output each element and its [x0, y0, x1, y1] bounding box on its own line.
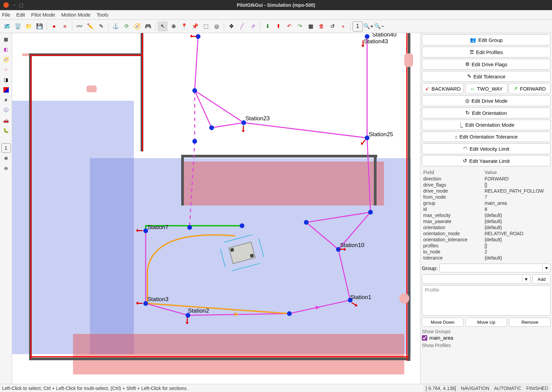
station-label: Station43: [364, 38, 388, 45]
remove-button[interactable]: Remove: [509, 318, 551, 327]
open-folder-button[interactable]: 📁: [24, 21, 34, 31]
menu-bar: File Edit Pilot Mode Motion Mode Tools: [0, 10, 552, 20]
backward-button[interactable]: ↙BACKWARD: [422, 83, 464, 94]
node-add-button[interactable]: 📍: [179, 21, 189, 31]
separator: [155, 22, 155, 30]
grid-layer-button[interactable]: ▦: [1, 34, 11, 44]
info-layer-button[interactable]: ⓘ: [1, 105, 11, 115]
edit-orientation-mode-button[interactable]: ⎿Edit Orientation Mode: [422, 120, 551, 130]
costmap-layer-button[interactable]: [1, 85, 11, 95]
profile-list[interactable]: Profile: [422, 285, 551, 316]
zoom-in-left-button[interactable]: ⊕: [1, 153, 11, 163]
add-button[interactable]: Add: [532, 274, 551, 284]
menu-edit[interactable]: Edit: [16, 12, 25, 18]
edit2-button[interactable]: ✎: [96, 21, 106, 31]
target-button[interactable]: ⊕: [168, 21, 178, 31]
two-way-button[interactable]: ↔TWO_WAY: [465, 83, 507, 94]
export-button[interactable]: ⬆: [273, 21, 283, 31]
compass-button[interactable]: ⚓: [111, 21, 121, 31]
redo-button[interactable]: ↷: [295, 21, 305, 31]
edit-drive-mode-button[interactable]: ◎Edit Drive Mode: [422, 95, 551, 106]
select-rect-button[interactable]: ⬚: [201, 21, 211, 31]
lidar-layer-button[interactable]: ⁘: [1, 65, 11, 74]
edit-orientation-tol-button[interactable]: ↕Edit Orientation Tolerance: [422, 131, 551, 142]
hash-layer-button[interactable]: #: [1, 95, 11, 105]
import-button[interactable]: ⬇: [262, 21, 272, 31]
add-map-button[interactable]: 🗺️: [2, 21, 12, 31]
properties-table: Field Value directionFORWARD drive_flags…: [422, 169, 551, 261]
history-button[interactable]: ↺: [327, 21, 337, 31]
menu-pilot-mode[interactable]: Pilot Mode: [31, 12, 55, 18]
menu-tools[interactable]: Tools: [97, 12, 109, 18]
edit-group-button[interactable]: 👥Edit Group: [422, 34, 551, 45]
main-toolbar: 🗺️ 🗑️ 📁 💾 ● ■ 👓 ✏️ ✎ ⚓ ⟳ 🧭 🎮 ↖ ⊕ 📍 📌 ⬚ ◎…: [0, 20, 552, 33]
chevron-down-icon: ▾: [522, 276, 530, 282]
graph-layer-button[interactable]: ◧: [1, 45, 11, 54]
pencil-icon: ✎: [467, 73, 472, 79]
node-edit-button[interactable]: 📌: [190, 21, 200, 31]
arrow-left-icon: ↙: [425, 85, 430, 92]
status-fin: FINISHED: [525, 385, 550, 391]
refresh-button[interactable]: ⟳: [121, 21, 131, 31]
edit-drive-flags-button[interactable]: ⚙Edit Drive Flags: [422, 59, 551, 70]
svg-line-3: [212, 123, 244, 128]
compass2-button[interactable]: 🧭: [132, 21, 142, 31]
edit-profiles-button[interactable]: ☰Edit Profiles: [422, 47, 551, 57]
save-button[interactable]: 💾: [34, 21, 45, 31]
edit-tolerance-button[interactable]: ✎Edit Tolerance: [422, 71, 551, 82]
gradient-layer-button[interactable]: ◨: [1, 75, 11, 84]
profile-combo[interactable]: ▾: [422, 274, 530, 284]
left-toolbar: ▦ ◧ 🧭 ⁘ ◨ # ⓘ 🚗 🐛 1 ⊕ ⊖: [0, 33, 12, 384]
main-area-checkbox[interactable]: [422, 335, 427, 341]
zoom-in-button[interactable]: 🔍+: [363, 21, 374, 31]
chevron-down-icon: ▾: [542, 265, 550, 271]
cursor-button[interactable]: ↖: [158, 21, 168, 31]
prop-value: FORWARD: [483, 176, 551, 182]
edit-orientation-button[interactable]: ↻Edit Orientation: [422, 107, 551, 118]
robot-layer-button[interactable]: 🚗: [1, 116, 11, 125]
profile-header: Profile: [425, 287, 548, 293]
move-button[interactable]: ✥: [226, 21, 236, 31]
remove-map-button[interactable]: 🗑️: [13, 21, 23, 31]
map-canvas[interactable]: Station40 Station43 Station23 Station25 …: [12, 33, 420, 384]
zoom-out-left-button[interactable]: ⊖: [1, 164, 11, 173]
status-bar: Left-Click to select, Ctrl + Left-Click …: [0, 384, 552, 392]
compass-layer-button[interactable]: 🧭: [1, 55, 11, 64]
station-label: Station7: [147, 224, 168, 231]
gamepad-button[interactable]: 🎮: [143, 21, 153, 31]
zoom-out-button[interactable]: 🔍−: [374, 21, 384, 31]
orange-circle-button[interactable]: ●: [338, 21, 348, 31]
line2-button[interactable]: ⇗: [248, 21, 258, 31]
rotate-icon: ↻: [465, 110, 470, 116]
count-button[interactable]: 1: [353, 21, 363, 31]
list-icon: ☰: [470, 49, 474, 55]
updown-icon: ↕: [455, 134, 458, 140]
station-label: Station40: [372, 33, 397, 38]
separator: [260, 22, 260, 30]
show-profiles-label: Show Profiles: [422, 343, 551, 348]
svg-line-7: [306, 212, 370, 222]
move-down-button[interactable]: Move Down: [422, 318, 463, 327]
fit-view-button[interactable]: 1: [1, 143, 11, 153]
grid-button[interactable]: ▦: [306, 21, 316, 31]
svg-line-4: [244, 123, 367, 138]
forward-button[interactable]: ↗FORWARD: [509, 83, 551, 94]
record-button[interactable]: ●: [49, 21, 59, 31]
bug-layer-button[interactable]: 🐛: [1, 126, 11, 135]
edit-velocity-button[interactable]: ◠Edit Velocity Limit: [422, 143, 551, 154]
undo-button[interactable]: ↶: [284, 21, 294, 31]
target2-button[interactable]: ◎: [212, 21, 222, 31]
stop-button[interactable]: ■: [60, 21, 70, 31]
menu-file[interactable]: File: [2, 12, 10, 18]
edit-yawrate-button[interactable]: ↺Edit Yawrate Limit: [422, 155, 551, 166]
group-combo[interactable]: ▾: [439, 264, 551, 272]
move-up-button[interactable]: Move Up: [465, 318, 507, 327]
svg-line-8: [306, 222, 338, 249]
view-glasses-button[interactable]: 👓: [74, 21, 85, 31]
delete-button[interactable]: 🗑: [316, 21, 327, 31]
line1-button[interactable]: ╱: [237, 21, 247, 31]
edit1-button[interactable]: ✏️: [85, 21, 95, 31]
svg-line-11: [289, 300, 350, 314]
menu-motion-mode[interactable]: Motion Mode: [61, 12, 91, 18]
rotate2-icon: ↺: [463, 158, 467, 164]
